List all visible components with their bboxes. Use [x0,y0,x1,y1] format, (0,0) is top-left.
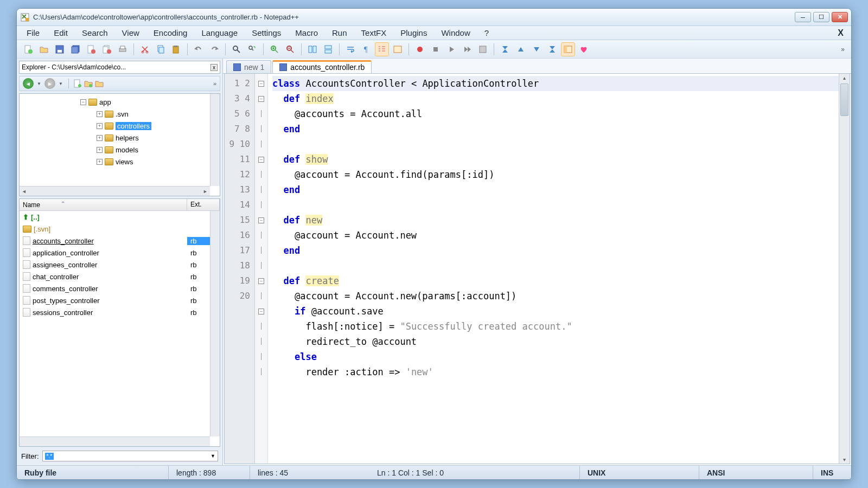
tree-vscrollbar[interactable] [210,94,220,186]
stop-macro-button[interactable] [429,42,443,56]
file-list-rows[interactable]: ⬆[..][.svn]accounts_controllerrbapplicat… [20,211,220,446]
tree-node[interactable]: +models [22,144,218,156]
menu-edit[interactable]: Edit [47,27,74,39]
tree-hscrollbar[interactable] [20,186,210,196]
hourglass-bottom-icon[interactable] [545,42,559,56]
save-macro-button[interactable] [476,42,490,56]
back-history-dropdown[interactable]: ▼ [36,81,42,86]
maximize-button[interactable]: ☐ [813,12,829,22]
explorer-toggle-button[interactable] [561,42,575,56]
close-all-button[interactable] [100,42,114,56]
explorer-close-button[interactable]: x [210,64,218,71]
cut-button[interactable] [138,42,152,56]
col-name[interactable]: Name [20,199,187,210]
code-content[interactable]: class AccountsController < ApplicationCo… [268,74,850,464]
toolbar-overflow-button[interactable]: » [839,46,847,53]
nav-back-button[interactable]: ◄ [23,78,34,89]
file-row[interactable]: post_types_controllerrb [20,294,220,306]
status-mode: INS [813,466,851,479]
menu-search[interactable]: Search [75,27,114,39]
explorer-toolbar-overflow[interactable]: » [213,80,216,87]
indent-guide-button[interactable] [375,42,389,56]
zoom-out-button[interactable] [283,42,297,56]
menu-file[interactable]: File [20,27,46,39]
file-row[interactable]: sessions_controllerrb [20,306,220,318]
user-lang-button[interactable] [391,42,405,56]
file-row[interactable]: [.svn] [20,223,220,235]
filelist-vscrollbar[interactable] [210,211,220,436]
file-row[interactable]: accounts_controllerrb [20,235,220,247]
show-all-chars-button[interactable]: ¶ [359,42,373,56]
tree-node[interactable]: +.svn [22,108,218,120]
menu-plugins[interactable]: Plugins [394,27,433,39]
open-file-button[interactable] [37,42,51,56]
menu-macro[interactable]: Macro [289,27,324,39]
filter-combo[interactable]: *.* ▼ [42,451,219,461]
save-button[interactable] [53,42,67,56]
play-macro-button[interactable] [444,42,458,56]
minimize-button[interactable]: ─ [795,12,811,22]
sync-vscroll-button[interactable] [305,42,320,56]
editor-vscrollbar[interactable] [839,74,850,464]
tab-new-1[interactable]: new 1 [226,60,271,73]
menu-textfx[interactable]: TextFX [355,27,393,39]
open-folder-icon[interactable] [95,79,104,88]
filelist-hscrollbar[interactable] [20,436,210,446]
redo-button[interactable] [207,42,221,56]
file-row[interactable]: ⬆[..] [20,211,220,223]
new-file-button[interactable] [21,42,35,56]
find-button[interactable] [229,42,244,56]
menu-run[interactable]: Run [326,27,354,39]
undo-button[interactable] [192,42,206,56]
menu-window[interactable]: Window [435,27,476,39]
close-file-button[interactable] [84,42,98,56]
close-button[interactable]: ✕ [832,12,848,22]
code-editor[interactable]: 1 2 3 4 5 6 7 8 9 10 11 12 13 14 15 16 1… [224,74,850,464]
word-wrap-button[interactable] [343,42,358,56]
expander-icon[interactable]: + [97,147,103,153]
fold-gutter[interactable]: −−│││−│││−│││−│−││││ [255,74,268,464]
new-folder-icon[interactable] [84,79,93,88]
tab-accounts-controller[interactable]: accounts_controller.rb [272,60,372,73]
menu-encoding[interactable]: Encoding [147,27,194,39]
hourglass-top-icon[interactable] [498,42,512,56]
menu-settings[interactable]: Settings [245,27,288,39]
forward-history-dropdown[interactable]: ▼ [58,81,64,86]
expander-icon[interactable]: + [97,123,103,129]
tree-node[interactable]: +views [22,156,218,168]
nav-forward-button[interactable]: ► [44,78,55,89]
menu-help[interactable]: ? [478,27,495,39]
triangle-up-icon[interactable] [514,42,528,56]
file-row[interactable]: assignees_controllerrb [20,259,220,271]
file-list-header[interactable]: Name Ext. [20,199,220,211]
copy-button[interactable] [154,42,168,56]
file-row[interactable]: application_controllerrb [20,247,220,259]
expander-icon[interactable]: − [80,99,86,105]
heart-icon[interactable] [577,42,591,56]
expander-icon[interactable]: + [97,135,103,141]
file-row[interactable]: chat_controllerrb [20,271,220,282]
col-ext[interactable]: Ext. [187,199,220,210]
replace-button[interactable] [245,42,259,56]
print-button[interactable] [116,42,130,56]
record-macro-button[interactable] [413,42,427,56]
folder-tree[interactable]: −app+.svn+controllers+helpers+models+vie… [19,93,220,196]
menu-view[interactable]: View [116,27,146,39]
menu-language[interactable]: Language [195,27,244,39]
close-document-button[interactable]: X [833,28,848,38]
file-row[interactable]: comments_controllerrb [20,282,220,294]
expander-icon[interactable]: + [97,159,103,165]
run-macro-multi-button[interactable] [460,42,474,56]
new-file-icon[interactable] [73,79,82,88]
tree-node[interactable]: −app [22,96,218,108]
save-all-button[interactable] [68,42,82,56]
tree-node[interactable]: +helpers [22,132,218,144]
zoom-in-button[interactable] [267,42,282,56]
tree-node[interactable]: +controllers [22,120,218,132]
paste-button[interactable] [169,42,183,56]
scrollbar-thumb[interactable] [840,84,848,116]
sync-hscroll-button[interactable] [321,42,335,56]
svg-rect-18 [159,47,164,53]
expander-icon[interactable]: + [97,111,103,117]
triangle-down-icon[interactable] [529,42,544,56]
